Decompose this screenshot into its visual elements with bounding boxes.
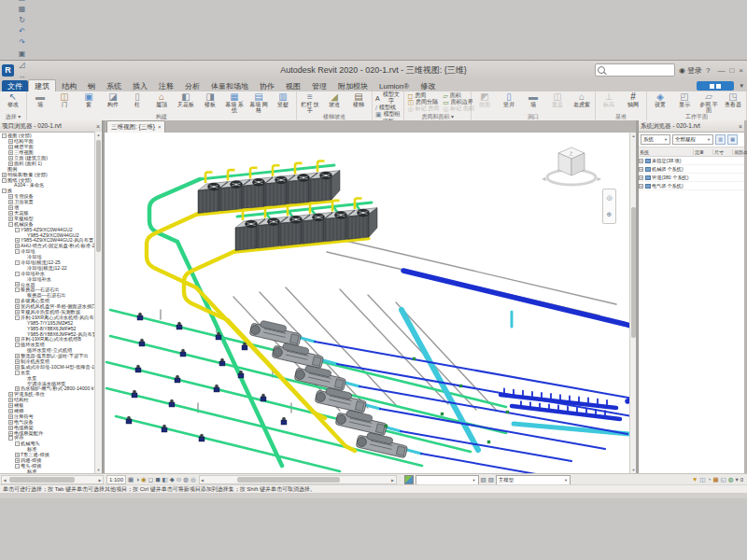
- ribbon-button[interactable]: ◫门: [52, 91, 77, 107]
- canvas-hscrollbar[interactable]: ◀▶: [199, 475, 397, 484]
- steering-wheel-icon[interactable]: ◎: [606, 194, 612, 202]
- ribbon-button[interactable]: #轴网: [621, 91, 645, 107]
- tree-expander[interactable]: -: [15, 260, 20, 265]
- revit-app-menu-icon[interactable]: R: [2, 64, 14, 77]
- ribbon-button[interactable]: ◎标记 房间: [405, 105, 441, 112]
- tree-expander[interactable]: +: [8, 414, 13, 419]
- ribbon-button[interactable]: ↖修改: [1, 91, 25, 107]
- view-control-icon[interactable]: ◧: [162, 475, 168, 484]
- tree-expander[interactable]: +: [639, 184, 643, 189]
- discipline-filter-dropdown[interactable]: 全部规程▼: [672, 134, 713, 145]
- view-control-icon[interactable]: ◎: [190, 475, 196, 484]
- project-browser-title[interactable]: 项目浏览器 - 020-1.rvt ×: [0, 120, 102, 133]
- ribbon-button[interactable]: ◩按面: [472, 91, 497, 107]
- ribbon-tab[interactable]: 插入: [127, 80, 153, 91]
- ribbon-tab[interactable]: Lumion®: [374, 80, 415, 91]
- selection-toolbar-icon[interactable]: ◫: [699, 475, 705, 484]
- ribbon-tab[interactable]: 钢: [82, 80, 101, 91]
- ribbon-tab[interactable]: 体量和场地: [205, 80, 254, 91]
- system-row[interactable]: + 未指定(38 项): [639, 157, 744, 165]
- tree-expander[interactable]: +: [8, 161, 13, 166]
- design-option-dropdown[interactable]: 主模型▼: [496, 475, 571, 485]
- cyan-pipes[interactable]: [301, 310, 629, 454]
- chillers[interactable]: [249, 318, 409, 458]
- ribbon-tab[interactable]: 注释: [153, 80, 179, 91]
- ribbon-button[interactable]: ◧天花板: [174, 91, 198, 107]
- tree-expander[interactable]: -: [8, 222, 13, 227]
- ribbon-button[interactable]: ⊥标高: [597, 91, 621, 107]
- design-options-icon[interactable]: ▨: [488, 475, 494, 484]
- ribbon-button[interactable]: ▭面积边界: [441, 99, 475, 105]
- tree-item[interactable]: +集成式冷却塔-10CM-H型-低噪音-100-175-Ch: [0, 364, 102, 370]
- tree-expander[interactable]: +: [8, 431, 13, 436]
- tree-expander[interactable]: +: [15, 238, 20, 243]
- green-pipes[interactable]: [106, 165, 506, 471]
- view-control-icon[interactable]: ◆: [170, 475, 175, 484]
- tree-expander[interactable]: -: [2, 189, 7, 193]
- ribbon-button[interactable]: ◢坡道: [322, 91, 346, 107]
- ribbon-button[interactable]: ⌂屋顶: [149, 91, 174, 107]
- system-row[interactable]: + 管道(380 个系统): [639, 174, 744, 182]
- ribbon-tab[interactable]: 附加模块: [332, 80, 374, 91]
- tree-expander[interactable]: -: [15, 371, 20, 375]
- tree-expander[interactable]: -: [15, 343, 20, 347]
- ribbon-button[interactable]: ◫垂直: [545, 91, 570, 107]
- qat-icon[interactable]: ◿: [17, 59, 27, 70]
- ribbon-button[interactable]: ▬墙: [28, 91, 52, 107]
- ribbon-button[interactable]: ▦幕墙 系统: [222, 91, 247, 113]
- ribbon-button[interactable]: ▤幕墙 网格: [247, 91, 271, 113]
- tree-expander[interactable]: -: [15, 228, 20, 232]
- window-controls[interactable]: —□×: [717, 66, 743, 75]
- tree-expander[interactable]: +: [8, 403, 13, 408]
- ribbon-button[interactable]: ≡栏杆 扶手: [298, 91, 322, 113]
- view-control-icon[interactable]: ◑: [135, 475, 139, 484]
- ribbon-tab[interactable]: 分析: [179, 80, 205, 91]
- tree-item[interactable]: +AHU-组合式-固定底盘-卧式-标准-2000-5930: [0, 244, 102, 249]
- view-control-icon[interactable]: ◻: [148, 475, 153, 484]
- ribbon-button[interactable]: ⌂老虎窗: [570, 91, 594, 107]
- ribbon-button[interactable]: ▥竖梃: [271, 91, 295, 107]
- tree-expander[interactable]: -: [15, 249, 20, 254]
- gray-pipes[interactable]: [161, 241, 616, 413]
- selection-toolbar-icon[interactable]: ◔: [707, 475, 711, 484]
- autofit-columns-icon[interactable]: ▥: [715, 134, 726, 145]
- tree-expander[interactable]: +: [15, 244, 20, 248]
- tree-expander[interactable]: +: [15, 458, 20, 463]
- tree-expander[interactable]: -: [8, 436, 13, 441]
- zoom-icon[interactable]: ⊕: [607, 211, 613, 218]
- tree-expander[interactable]: +: [8, 217, 13, 221]
- ribbon-tab[interactable]: 建筑: [28, 79, 56, 91]
- view-control-icon[interactable]: ⊙: [176, 475, 181, 484]
- tree-expander[interactable]: +: [8, 156, 13, 161]
- panel-label[interactable]: 房间和面积 ▾: [405, 113, 470, 120]
- ribbon-button[interactable]: A模型文字: [374, 91, 402, 105]
- tree-expander[interactable]: -: [15, 315, 20, 320]
- ribbon-button[interactable]: ▤楼梯: [346, 91, 371, 107]
- view-control-icon[interactable]: ◉: [141, 475, 147, 484]
- panel-label[interactable]: 选择 ▾: [1, 113, 25, 120]
- tree-expander[interactable]: -: [15, 272, 20, 276]
- help-icon[interactable]: ?: [706, 66, 710, 75]
- ribbon-button[interactable]: ◰显示: [672, 91, 697, 107]
- ribbon-tab[interactable]: 视图: [280, 80, 306, 91]
- tree-expander[interactable]: +: [15, 282, 20, 287]
- tree-expander[interactable]: +: [15, 310, 20, 315]
- system-browser-title[interactable]: 系统浏览器 - 020-1.rvt ×: [639, 120, 744, 133]
- ribbon-button[interactable]: ▱面积: [441, 92, 462, 99]
- worksets-icon[interactable]: [404, 475, 414, 484]
- tree-expander[interactable]: +: [15, 359, 20, 364]
- view-tab-close-icon[interactable]: ×: [158, 124, 162, 130]
- drawing-canvas[interactable]: 上 ◎ ⊕: [105, 133, 629, 473]
- selection-toolbar-icon[interactable]: ◍: [728, 475, 734, 484]
- qat-icon[interactable]: ↶: [17, 25, 27, 36]
- ribbon-button[interactable]: ▣窗: [77, 91, 101, 107]
- tree-expander[interactable]: +: [8, 139, 13, 144]
- ribbon-tab[interactable]: 协作: [254, 80, 280, 91]
- tree-expander[interactable]: +: [15, 453, 20, 457]
- tree-expander[interactable]: +: [639, 175, 643, 180]
- ribbon-button[interactable]: ◳查看器: [721, 91, 745, 107]
- ribbon-button[interactable]: ◻房间: [405, 92, 428, 99]
- tree-expander[interactable]: +: [8, 211, 13, 216]
- tree-expander[interactable]: +: [639, 167, 643, 172]
- ribbon-tab[interactable]: 管理: [306, 80, 332, 91]
